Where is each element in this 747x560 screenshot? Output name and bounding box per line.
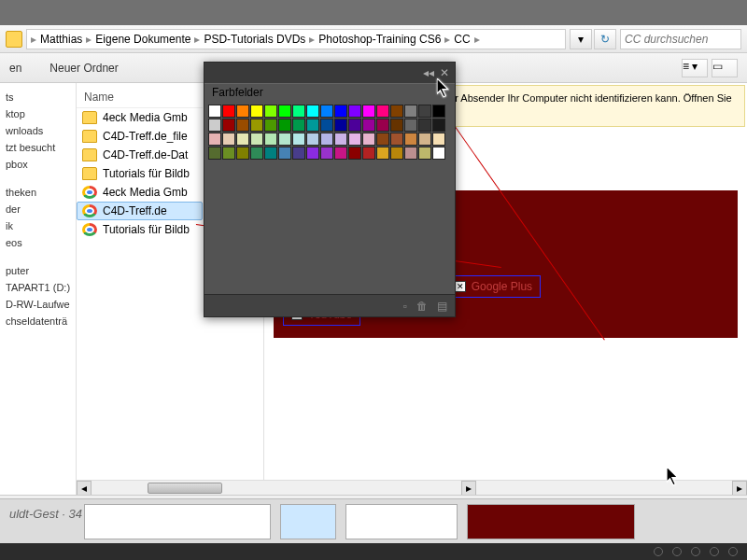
social-button[interactable]: ✕Google Plus (446, 275, 541, 298)
swatch[interactable] (264, 119, 277, 132)
scrollbar[interactable]: ◂▸ (203, 480, 263, 495)
swatch[interactable] (390, 119, 403, 132)
swatch[interactable] (306, 119, 319, 132)
refresh-button[interactable]: ▾ (570, 29, 592, 49)
nav-item[interactable]: der (4, 201, 72, 217)
swatch[interactable] (222, 119, 235, 132)
swatch[interactable] (264, 147, 277, 160)
swatch[interactable] (362, 119, 375, 132)
nav-item[interactable]: chseldatenträ (4, 313, 72, 329)
refresh-button[interactable]: ↻ (594, 29, 616, 49)
swatch[interactable] (348, 147, 361, 160)
nav-item[interactable]: puter (4, 262, 72, 279)
swatch[interactable] (208, 119, 221, 132)
swatch[interactable] (404, 133, 417, 146)
swatch[interactable] (264, 105, 277, 118)
nav-item[interactable]: ik (4, 217, 72, 234)
swatch[interactable] (306, 147, 319, 160)
swatch[interactable] (334, 147, 347, 160)
swatch[interactable] (278, 133, 291, 146)
swatch[interactable] (306, 105, 319, 118)
swatch[interactable] (334, 105, 347, 118)
swatch[interactable] (222, 133, 235, 146)
swatches-panel[interactable]: ◂◂✕ Farbfelder ▫ 🗑 ▤ (204, 62, 456, 317)
swatch[interactable] (404, 119, 417, 132)
swatch[interactable] (250, 105, 263, 118)
nav-item[interactable]: wnloads (4, 122, 72, 139)
swatch[interactable] (334, 133, 347, 146)
nav-item[interactable]: theken (4, 184, 72, 201)
swatch[interactable] (348, 133, 361, 146)
nav-item[interactable]: pbox (4, 156, 72, 173)
collapse-icon[interactable]: ◂◂ (423, 66, 434, 79)
swatch[interactable] (236, 133, 249, 146)
nav-item[interactable]: TAPART1 (D:) (4, 279, 72, 296)
breadcrumb-item[interactable]: CC (450, 33, 473, 46)
swatches-tab[interactable]: Farbfelder (204, 83, 455, 101)
swatch[interactable] (362, 133, 375, 146)
file-row[interactable]: Tutorials für Bildb (77, 220, 203, 239)
swatch[interactable] (306, 133, 319, 146)
column-header-name[interactable]: Name (77, 87, 203, 108)
file-row[interactable]: Tutorials für Bildb (77, 164, 203, 183)
file-row[interactable]: C4D-Treff.de-Dat (77, 146, 203, 164)
swatch[interactable] (208, 105, 221, 118)
nav-item[interactable]: ts (4, 89, 72, 105)
swatch[interactable] (320, 119, 333, 132)
nav-item[interactable]: tzt besucht (4, 139, 72, 156)
swatch[interactable] (292, 119, 305, 132)
swatch[interactable] (320, 147, 333, 160)
organize-menu[interactable]: en (9, 62, 21, 75)
swatch[interactable] (432, 133, 445, 146)
swatch[interactable] (264, 133, 277, 146)
swatch[interactable] (376, 147, 389, 160)
swatch[interactable] (390, 147, 403, 160)
swatch[interactable] (376, 119, 389, 132)
swatch[interactable] (376, 105, 389, 118)
swatch[interactable] (250, 119, 263, 132)
delete-swatch-icon[interactable]: 🗑 (416, 300, 428, 313)
swatch[interactable] (432, 147, 445, 160)
swatch[interactable] (250, 133, 263, 146)
swatch[interactable] (418, 147, 431, 160)
swatch[interactable] (222, 147, 235, 160)
swatch[interactable] (278, 105, 291, 118)
swatch[interactable] (236, 105, 249, 118)
preview-toggle-button[interactable]: ▭ (712, 59, 738, 77)
panel-menu-icon[interactable]: ▤ (437, 300, 447, 313)
breadcrumb-item[interactable]: Matthias (36, 33, 86, 46)
swatch[interactable] (376, 133, 389, 146)
swatch[interactable] (404, 147, 417, 160)
swatch[interactable] (432, 105, 445, 118)
swatch[interactable] (390, 105, 403, 118)
breadcrumb-item[interactable]: Eigene Dokumente (92, 33, 194, 46)
swatch[interactable] (236, 119, 249, 132)
swatch[interactable] (348, 105, 361, 118)
breadcrumb-item[interactable]: PSD-Tutorials DVDs (200, 33, 309, 46)
swatch[interactable] (362, 147, 375, 160)
swatch[interactable] (320, 133, 333, 146)
swatch[interactable] (208, 133, 221, 146)
search-input[interactable] (620, 29, 741, 49)
swatch[interactable] (348, 119, 361, 132)
swatch[interactable] (222, 105, 235, 118)
swatch[interactable] (404, 105, 417, 118)
breadcrumb-item[interactable]: Photoshop-Training CS6 (315, 33, 444, 46)
swatch[interactable] (362, 105, 375, 118)
file-row[interactable]: C4D-Treff.de_file (77, 127, 203, 146)
swatch[interactable] (334, 119, 347, 132)
nav-item[interactable]: D-RW-Laufwe (4, 296, 72, 313)
file-row[interactable]: 4eck Media Gmb (77, 183, 203, 202)
file-row[interactable]: C4D-Treff.de (77, 202, 203, 220)
swatch[interactable] (418, 105, 431, 118)
swatch[interactable] (418, 133, 431, 146)
close-icon[interactable]: ✕ (440, 66, 449, 79)
nav-item[interactable]: eos (4, 234, 72, 251)
swatch[interactable] (418, 119, 431, 132)
swatch[interactable] (278, 147, 291, 160)
nav-item[interactable]: ktop (4, 105, 72, 122)
new-folder-button[interactable]: Neuer Ordner (49, 62, 118, 75)
file-row[interactable]: 4eck Media Gmb (77, 108, 203, 127)
swatch[interactable] (236, 147, 249, 160)
new-swatch-icon[interactable]: ▫ (403, 300, 407, 313)
